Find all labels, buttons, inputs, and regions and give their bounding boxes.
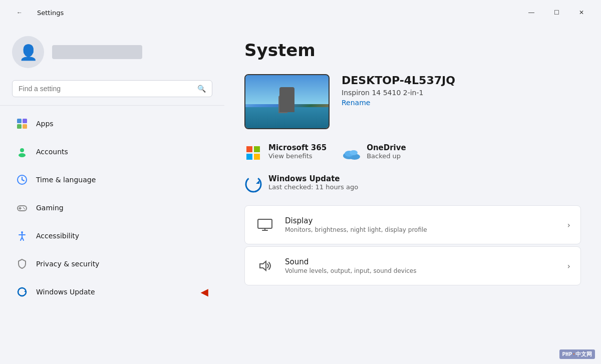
svg-point-4 bbox=[20, 148, 24, 152]
onedrive-icon bbox=[343, 144, 361, 162]
php-watermark: PHP·中文网 bbox=[559, 349, 595, 359]
microsoft365-icon bbox=[244, 144, 262, 162]
sound-icon bbox=[255, 256, 275, 276]
privacy-icon bbox=[16, 258, 28, 270]
title-bar: ← Settings — ☐ ✕ bbox=[0, 0, 601, 24]
microsoft365-subtitle: View benefits bbox=[268, 152, 327, 160]
sound-title: Sound bbox=[285, 257, 557, 266]
search-icon[interactable]: 🔍 bbox=[197, 85, 206, 93]
accounts-label: Accounts bbox=[36, 148, 68, 156]
rename-link[interactable]: Rename bbox=[342, 99, 455, 107]
settings-tiles: Display Monitors, brightness, night ligh… bbox=[244, 205, 581, 285]
svg-point-13 bbox=[24, 208, 25, 209]
minimize-button[interactable]: — bbox=[520, 5, 543, 21]
sound-tile[interactable]: Sound Volume levels, output, input, soun… bbox=[244, 246, 581, 285]
user-profile: 👤 bbox=[0, 24, 224, 78]
sidebar-item-accessibility[interactable]: Accessibility bbox=[4, 223, 220, 249]
svg-point-5 bbox=[19, 153, 26, 157]
device-image bbox=[244, 74, 330, 129]
microsoft365-title: Microsoft 365 bbox=[268, 143, 327, 152]
back-icon: ← bbox=[17, 9, 23, 16]
user-icon: 👤 bbox=[19, 44, 38, 61]
accessibility-icon bbox=[16, 230, 28, 242]
apps-label: Apps bbox=[36, 120, 54, 128]
gaming-icon bbox=[16, 202, 28, 214]
svg-rect-2 bbox=[17, 124, 22, 129]
display-title: Display bbox=[285, 216, 557, 225]
sidebar-item-apps[interactable]: Apps bbox=[4, 111, 220, 137]
accessibility-label: Accessibility bbox=[36, 232, 79, 240]
privacy-label: Privacy & security bbox=[36, 260, 99, 268]
window-title: Settings bbox=[37, 9, 64, 17]
onedrive-title: OneDrive bbox=[367, 143, 406, 152]
apps-icon bbox=[16, 118, 28, 130]
onedrive-subtitle: Backed up bbox=[367, 152, 406, 160]
page-title: System bbox=[244, 40, 581, 60]
sidebar-item-windows-update[interactable]: Windows Update ◀ bbox=[4, 279, 220, 305]
svg-rect-26 bbox=[258, 219, 272, 228]
svg-rect-0 bbox=[17, 119, 22, 123]
wu-subtitle: Last checked: 11 hours ago bbox=[268, 183, 358, 191]
arrow-annotation: ◀ bbox=[201, 286, 208, 298]
windows-update-card[interactable]: Windows Update Last checked: 11 hours ag… bbox=[244, 174, 581, 193]
svg-point-23 bbox=[350, 150, 358, 155]
svg-rect-3 bbox=[23, 124, 27, 129]
sidebar-item-time-language[interactable]: Time & language bbox=[4, 167, 220, 193]
maximize-button[interactable]: ☐ bbox=[545, 5, 568, 21]
display-tile[interactable]: Display Monitors, brightness, night ligh… bbox=[244, 205, 581, 244]
svg-point-24 bbox=[246, 177, 261, 192]
windows-update-label: Windows Update bbox=[36, 288, 95, 296]
accounts-icon bbox=[16, 146, 28, 158]
gaming-label: Gaming bbox=[36, 204, 64, 212]
sidebar-item-accounts[interactable]: Accounts bbox=[4, 139, 220, 165]
sound-subtitle: Volume levels, output, input, sound devi… bbox=[285, 267, 557, 274]
search-box: 🔍 bbox=[12, 80, 212, 97]
svg-point-12 bbox=[23, 207, 24, 208]
close-button[interactable]: ✕ bbox=[570, 5, 593, 21]
time-language-label: Time & language bbox=[36, 176, 96, 184]
svg-marker-29 bbox=[260, 261, 266, 270]
info-cards-row: Microsoft 365 View benefits bbox=[244, 143, 581, 162]
search-container: 🔍 bbox=[0, 78, 224, 105]
user-name-bar bbox=[52, 45, 142, 59]
display-chevron: › bbox=[567, 220, 570, 230]
sidebar-item-privacy-security[interactable]: Privacy & security bbox=[4, 251, 220, 277]
svg-line-8 bbox=[22, 180, 24, 181]
wu-sync-icon bbox=[244, 175, 262, 193]
svg-line-18 bbox=[22, 237, 24, 240]
avatar: 👤 bbox=[12, 36, 44, 68]
display-icon bbox=[255, 215, 275, 235]
sound-chevron: › bbox=[567, 261, 570, 271]
onedrive-card[interactable]: OneDrive Backed up bbox=[343, 143, 406, 162]
device-name: DESKTOP-4L537JQ bbox=[342, 74, 455, 87]
back-button[interactable]: ← bbox=[8, 5, 31, 21]
device-card: DESKTOP-4L537JQ Inspiron 14 5410 2-in-1 … bbox=[244, 74, 581, 129]
svg-rect-1 bbox=[23, 119, 27, 123]
wu-title: Windows Update bbox=[268, 174, 358, 183]
main-content: System DESKTOP-4L537JQ Inspiron 14 5410 … bbox=[224, 24, 601, 364]
search-input[interactable] bbox=[19, 85, 193, 93]
window-controls: — ☐ ✕ bbox=[520, 5, 593, 21]
sidebar-item-gaming[interactable]: Gaming bbox=[4, 195, 220, 221]
device-model: Inspiron 14 5410 2-in-1 bbox=[342, 89, 455, 97]
microsoft365-card[interactable]: Microsoft 365 View benefits bbox=[244, 143, 327, 162]
sidebar: 👤 🔍 bbox=[0, 24, 224, 364]
device-info: DESKTOP-4L537JQ Inspiron 14 5410 2-in-1 … bbox=[342, 74, 455, 107]
time-icon bbox=[16, 174, 28, 186]
red-arrow-icon: ◀ bbox=[201, 286, 208, 298]
svg-marker-25 bbox=[256, 180, 259, 184]
windows-update-icon bbox=[16, 286, 28, 298]
display-subtitle: Monitors, brightness, night light, displ… bbox=[285, 226, 557, 233]
